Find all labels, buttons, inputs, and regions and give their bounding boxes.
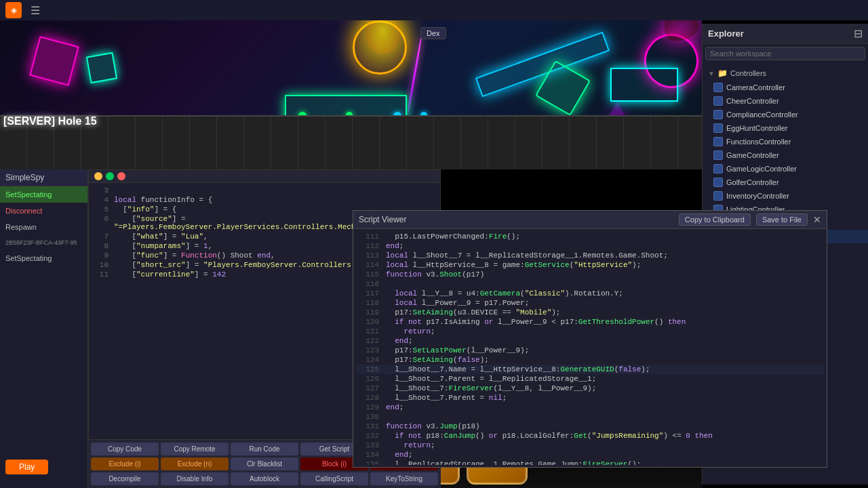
spy-btn-setspectating[interactable]: SetSpectating [0, 186, 87, 203]
exp-header: Explorer ⊟ [703, 24, 868, 44]
exp-item-functions[interactable]: FunctionsController [703, 135, 868, 148]
script-viewer: Script Viewer Copy to Clipboard Save to … [353, 210, 827, 468]
spy-play-button[interactable]: Play [5, 460, 48, 474]
sv-actions: Copy to Clipboard Save to File ✕ [679, 214, 821, 226]
neon-floor [0, 115, 702, 169]
exp-folder-label: Controllers [730, 69, 766, 77]
neon-decoration [610, 68, 678, 102]
sv-line: 124 p17:SetAiming(false); [356, 355, 824, 365]
copy-clipboard-button[interactable]: Copy to Clipboard [679, 214, 751, 226]
spy-btn-setspectating2[interactable]: SetSpectating [0, 250, 87, 266]
sv-line: 125 l__Shoot__7.Name = l__HttpService__8… [356, 365, 824, 374]
sv-line: 129end; [356, 403, 824, 412]
exp-item-game[interactable]: GameController [703, 148, 868, 162]
neon-decoration [86, 52, 117, 83]
sv-line: 132 if not p18:CanJump() or p18.LocalGol… [356, 431, 824, 441]
exp-item-label: CheerController [726, 97, 779, 105]
sv-line: 122 end; [356, 336, 824, 346]
exp-item-egghunt[interactable]: EggHuntController [703, 121, 868, 135]
sv-line: 112end; [356, 241, 824, 251]
autoblock-button[interactable]: Autoblock [231, 472, 298, 485]
sv-line: 116 [356, 279, 824, 289]
server-text: [SERVER] Hole 15 [3, 115, 97, 127]
sv-line: 128 l__Shoot__7.Parent = nil; [356, 393, 824, 403]
folder-icon: 📁 [717, 68, 728, 78]
roblox-icon: ◈ [11, 5, 17, 15]
window-close[interactable] [117, 172, 125, 180]
exp-item-label: EggHuntController [726, 124, 788, 132]
spy-btn-id[interactable]: 2B58F23F-BFCA-43F7-95 [0, 235, 87, 250]
exclude-n-button[interactable]: Exclude (n) [161, 458, 229, 470]
exp-item-label: FunctionsController [726, 138, 791, 146]
sv-line: 118 local l__Power__9 = p17.Power; [356, 298, 824, 308]
script-icon [713, 123, 723, 133]
exp-group-controllers[interactable]: ▼ 📁 Controllers [703, 66, 868, 81]
sv-line: 117 local l__Y__8 = u4:GetCamera("Classi… [356, 289, 824, 298]
explorer-search[interactable] [705, 47, 865, 60]
window-maximize[interactable] [106, 172, 114, 180]
top-bar: ◈ ☰ [0, 0, 868, 20]
sv-title: Script Viewer [359, 215, 406, 224]
disable-info-button[interactable]: Disable Info [161, 472, 229, 485]
sv-line: 134 end; [356, 450, 824, 460]
sv-line: 111 p15.LastPowerChanged:Fire(); [356, 232, 824, 241]
sv-line: 120 if not p17.IsAiming or l__Power__9 <… [356, 317, 824, 327]
run-code-button[interactable]: Run Code [231, 443, 298, 455]
hamburger-icon: ☰ [31, 4, 40, 17]
exp-item-gamelogic[interactable]: GameLogicController [703, 162, 868, 176]
sv-line: 135 l__ReplicatedStorage__1.Remotes.Game… [356, 460, 824, 465]
calling-script-button[interactable]: CallingScript [300, 472, 368, 485]
sv-line: 126 l__Shoot__7.Parent = l__ReplicatedSt… [356, 374, 824, 384]
exp-item-cheer[interactable]: CheerController [703, 94, 868, 108]
simplespy-panel: SimpleSpy SetSpectating Disconnect Respa… [0, 169, 88, 488]
explorer-title: Explorer [708, 28, 744, 39]
exp-collapse-icon[interactable]: ⊟ [854, 27, 863, 40]
spy-btn-disconnect[interactable]: Disconnect [0, 203, 87, 219]
menu-icon[interactable]: ☰ [27, 2, 43, 18]
chevron-down-icon: ▼ [708, 70, 715, 77]
copy-code-button[interactable]: Copy Code [91, 443, 159, 455]
script-icon [713, 150, 723, 160]
exp-item-inventory[interactable]: InventoryController [703, 189, 868, 203]
clr-blacklist-button[interactable]: Clr Blacklist [231, 458, 298, 470]
script-icon [713, 96, 723, 106]
sv-close-button[interactable]: ✕ [813, 214, 821, 225]
sv-line: 121 return; [356, 327, 824, 336]
script-icon [713, 110, 723, 119]
script-icon [713, 178, 723, 187]
sv-line: 114local l__HttpService__8 = game:GetSer… [356, 260, 824, 270]
neon-decoration [29, 36, 79, 85]
sv-header: Script Viewer Copy to Clipboard Save to … [353, 211, 827, 229]
sv-line: 115function v3.Shoot(p17) [356, 270, 824, 279]
game-viewport: [SERVER] Hole 15 [0, 0, 702, 169]
sv-line: 127 l__Shoot__7:FireServer(l__Y__8, l__P… [356, 384, 824, 393]
script-icon [713, 83, 723, 92]
sv-line: 113local l__Shoot__7 = l__ReplicatedStor… [356, 251, 824, 260]
sv-line: 133 return; [356, 441, 824, 450]
script-icon [713, 137, 723, 146]
exp-item-label: GameController [726, 151, 779, 159]
save-file-button[interactable]: Save to File [756, 214, 808, 226]
script-icon [713, 191, 723, 201]
sv-line: 131function v3.Jump(p18) [356, 422, 824, 431]
app-icon[interactable]: ◈ [5, 2, 22, 18]
code-line: 4local functionInfo = { [89, 195, 440, 205]
exp-item-golfer[interactable]: GolferController [703, 176, 868, 189]
exp-item-label: InventoryController [726, 192, 789, 200]
copy-remote-button[interactable]: Copy Remote [161, 443, 229, 455]
window-minimize[interactable] [94, 172, 102, 180]
simplespy-title: SimpleSpy [0, 169, 87, 186]
key-to-string-button[interactable]: KeyToString [370, 472, 438, 485]
sv-code[interactable]: 111 p15.LastPowerChanged:Fire(); 112end;… [353, 229, 827, 465]
exp-item-label: CameraController [726, 83, 785, 92]
exp-item-label: GolferController [726, 178, 779, 186]
script-icon [713, 164, 723, 174]
spy-btn-respawn[interactable]: Respawn [0, 219, 87, 235]
exp-item-compliance[interactable]: ComplianceController [703, 108, 868, 121]
sv-line: 123 p17:SetLastPower(l__Power__9); [356, 346, 824, 355]
code-line: 3 [89, 186, 440, 195]
exp-item-camera[interactable]: CameraController [703, 81, 868, 94]
decompile-button[interactable]: Decompile [91, 472, 159, 485]
exp-item-label: GameLogicController [726, 165, 797, 173]
exclude-i-button[interactable]: Exclude (i) [91, 458, 159, 470]
